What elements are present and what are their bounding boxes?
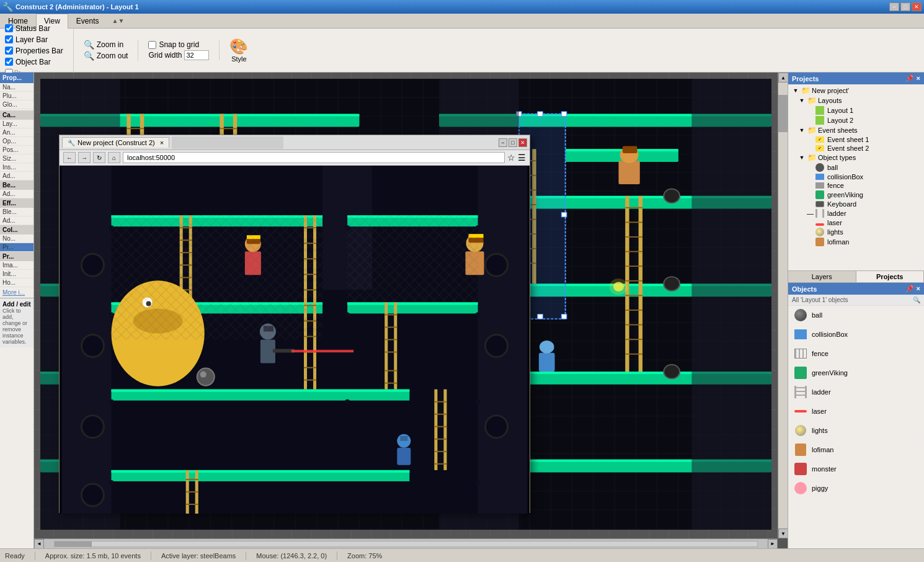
- tree-item-event1[interactable]: ✓ Event sheet 1: [789, 135, 923, 144]
- browser-tab-close[interactable]: ×: [160, 139, 164, 146]
- browser-close-btn[interactable]: ✕: [518, 138, 527, 147]
- tree-item-fence[interactable]: fence: [789, 181, 923, 190]
- snap-to-grid-toggle[interactable]: Snap to grid: [148, 40, 209, 49]
- viking-tree-icon: [815, 190, 824, 199]
- behaviors-section: Be...: [0, 181, 33, 190]
- tree-item-lofiman[interactable]: lofiman: [789, 237, 923, 247]
- object-item-lofiman[interactable]: lofiman: [788, 440, 924, 460]
- events-folder-icon: 📁: [807, 126, 817, 135]
- vscroll-thumb[interactable]: [778, 95, 788, 132]
- add-edit-panel: Add / edit Click to add, change or remov…: [0, 298, 33, 347]
- browser-home-btn[interactable]: ⌂: [108, 152, 120, 163]
- tree-label-layout2: Layout 2: [827, 117, 853, 124]
- objects-pin-icon[interactable]: 📌: [905, 285, 914, 293]
- close-button[interactable]: ✕: [912, 2, 922, 11]
- zoom-controls: 🔍 Zoom in 🔍 Zoom out: [84, 40, 128, 61]
- object-item-ball[interactable]: ball: [788, 306, 924, 325]
- ball-obj-icon: [793, 308, 808, 323]
- tree-item-ball[interactable]: ball: [789, 163, 923, 172]
- tree-item-event2[interactable]: ✓ Event sheet 2: [789, 144, 923, 153]
- tree-item-laser[interactable]: laser: [789, 218, 923, 227]
- hscroll-right-btn[interactable]: ►: [768, 539, 778, 549]
- browser-star-icon: ☆: [507, 153, 515, 163]
- status-sep4: [337, 551, 337, 560]
- object-item-monster[interactable]: monster: [788, 460, 924, 479]
- tree-item-objtypes[interactable]: ▼ 📁 Object types: [789, 153, 923, 163]
- ribbon-container: Home View Events ▲▼ Status Bar: [0, 14, 924, 73]
- status-ready: Ready: [5, 552, 25, 560]
- tree-item-ladder[interactable]: — ladder: [789, 208, 923, 218]
- canvas-vscroll[interactable]: ▲ ▼: [778, 73, 788, 538]
- tree-item-layout1[interactable]: Layout 1: [789, 105, 923, 115]
- object-bar-toggle[interactable]: Object Bar: [5, 58, 63, 66]
- grid-width-input[interactable]: [184, 50, 209, 60]
- tree-item-project[interactable]: ▼ 📁 New project': [789, 86, 923, 96]
- ribbon-tabs: Home View Events ▲▼: [0, 14, 924, 29]
- vscroll-track: [778, 83, 788, 529]
- object-item-ladder[interactable]: ladder: [788, 383, 924, 402]
- tree-item-layouts[interactable]: ▼ 📁 Layouts: [789, 96, 923, 105]
- object-item-piggy[interactable]: piggy: [788, 479, 924, 498]
- style-button[interactable]: 🎨 Style: [229, 38, 248, 63]
- object-item-laser[interactable]: laser: [788, 402, 924, 421]
- vscroll-up-btn[interactable]: ▲: [778, 73, 788, 83]
- svg-point-219: [345, 312, 350, 317]
- svg-rect-213: [400, 436, 407, 441]
- projects-close-icon[interactable]: ×: [917, 74, 920, 83]
- tree-item-keyboard[interactable]: Keyboard: [789, 200, 923, 208]
- browser-refresh-btn[interactable]: ↻: [93, 152, 105, 163]
- snap-to-grid-checkbox[interactable]: [148, 41, 156, 49]
- properties-bar-toggle[interactable]: Properties Bar: [5, 47, 63, 55]
- layer-bar-toggle[interactable]: Layer Bar: [5, 35, 63, 44]
- svg-point-186: [486, 254, 508, 276]
- object-bar-checkbox[interactable]: [5, 58, 13, 66]
- status-bar-checkbox[interactable]: [5, 24, 13, 32]
- minimize-button[interactable]: −: [889, 2, 899, 11]
- tree-item-collisionbox[interactable]: collisionBox: [789, 172, 923, 181]
- hscroll-left-btn[interactable]: ◄: [34, 539, 44, 549]
- tree-item-layout2[interactable]: Layout 2: [789, 115, 923, 125]
- object-item-lights[interactable]: lights: [788, 421, 924, 440]
- objects-close-icon[interactable]: ×: [917, 285, 920, 293]
- browser-tab-main[interactable]: 🔧 New project (Construct 2) ×: [62, 137, 169, 148]
- object-item-fence[interactable]: fence: [788, 344, 924, 364]
- status-bar-toggle[interactable]: Status Bar: [5, 24, 63, 33]
- prop-plugin-row: Plu...: [0, 92, 33, 100]
- svg-rect-97: [538, 314, 543, 319]
- prop-size-row: Siz...: [0, 154, 33, 163]
- lights-icon-shape: [795, 425, 806, 436]
- prop-pr-row: Pr...: [0, 243, 33, 252]
- svg-point-187: [486, 334, 508, 357]
- vscroll-down-btn[interactable]: ▼: [778, 529, 788, 538]
- tab-layers[interactable]: Layers: [788, 271, 856, 282]
- tree-item-greenviking[interactable]: greenViking: [789, 190, 923, 200]
- browser-restore-btn[interactable]: □: [509, 138, 517, 147]
- monster-obj-label: monster: [812, 465, 837, 473]
- object-item-collisionbox[interactable]: collisionBox: [788, 325, 924, 344]
- browser-forward-btn[interactable]: →: [78, 152, 91, 163]
- browser-url-input[interactable]: [123, 152, 505, 163]
- tree-item-lights[interactable]: lights: [789, 227, 923, 237]
- projects-pin-icon[interactable]: 📌: [905, 74, 914, 83]
- fence-obj-icon: [793, 346, 808, 361]
- objtypes-expand-icon: ▼: [798, 154, 806, 161]
- svg-rect-225: [111, 215, 322, 339]
- tab-projects[interactable]: Projects: [856, 271, 925, 282]
- restore-button[interactable]: □: [900, 2, 910, 11]
- prop-angle-row: An...: [0, 128, 33, 137]
- browser-window[interactable]: 🔧 New project (Construct 2) × − □ ✕: [59, 135, 530, 513]
- hscroll-thumb[interactable]: [55, 542, 92, 546]
- layer-bar-checkbox[interactable]: [5, 35, 13, 43]
- more-link[interactable]: More i...: [0, 287, 33, 298]
- tree-item-eventsheets[interactable]: ▼ 📁 Event sheets: [789, 125, 923, 135]
- tree-label-greenviking: greenViking: [827, 191, 863, 198]
- svg-point-223: [476, 399, 481, 404]
- tree-label-event1: Event sheet 1: [827, 136, 869, 143]
- object-item-greenviking[interactable]: greenViking: [788, 364, 924, 383]
- properties-bar-checkbox[interactable]: [5, 47, 13, 55]
- events-expand-icon: ▼: [798, 127, 806, 134]
- browser-minimize-btn[interactable]: −: [499, 138, 507, 147]
- tab-events[interactable]: Events: [68, 14, 107, 28]
- canvas-area[interactable]: 🔧 New project (Construct 2) × − □ ✕: [34, 73, 788, 548]
- browser-back-btn[interactable]: ←: [63, 152, 76, 163]
